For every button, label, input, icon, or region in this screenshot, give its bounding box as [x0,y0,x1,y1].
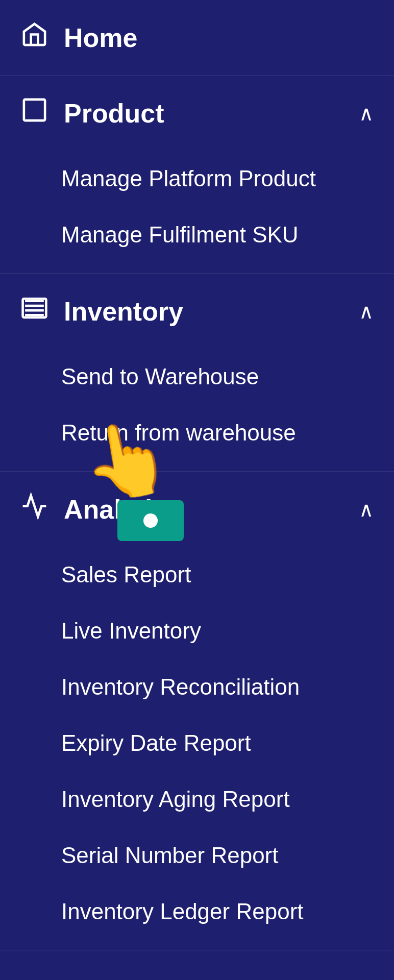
product-section-header[interactable]: Product ∧ [0,76,394,151]
nav-section-product: Product ∧ Manage Platform Product Manage… [0,76,394,274]
product-sub-items: Manage Platform Product Manage Fulfilmen… [0,151,394,273]
inventory-chevron-icon: ∧ [359,300,374,323]
product-icon [20,96,48,130]
product-label: Product [64,98,164,129]
inventory-icon [20,294,48,328]
analytics-section-header[interactable]: Analytics ∧ [0,472,394,547]
home-icon [20,20,48,55]
inventory-label: Inventory [64,296,183,327]
analytics-sub-items: Sales Report Live Inventory Inventory Re… [0,547,394,950]
inventory-section-header[interactable]: Inventory ∧ [0,274,394,349]
serial-number-report-item[interactable]: Serial Number Report [61,827,394,884]
sidebar: Home Product ∧ Manage Platform Product M… [0,0,394,950]
inventory-reconciliation-item[interactable]: Inventory Reconciliation [61,659,394,715]
send-to-warehouse-item[interactable]: Send to Warehouse [61,349,394,405]
sales-report-item[interactable]: Sales Report [61,547,394,603]
analytics-chevron-icon: ∧ [359,498,374,521]
product-header-left: Product [20,96,164,130]
return-from-warehouse-item[interactable]: Return from warehouse [61,405,394,461]
inventory-ledger-report-item[interactable]: Inventory Ledger Report [61,884,394,940]
nav-item-home[interactable]: Home [0,0,394,76]
nav-section-analytics: Analytics ∧ Sales Report Live Inventory … [0,472,394,950]
toggle-indicator [117,500,184,541]
toggle-dot [143,513,158,528]
home-label: Home [64,22,137,53]
svg-rect-0 [24,100,45,120]
product-chevron-icon: ∧ [359,102,374,125]
manage-fulfilment-sku-item[interactable]: Manage Fulfilment SKU [61,207,394,263]
analytics-icon [20,492,48,526]
inventory-sub-items: Send to Warehouse Return from warehouse [0,349,394,471]
live-inventory-item[interactable]: Live Inventory [61,603,394,659]
nav-section-inventory: Inventory ∧ Send to Warehouse Return fro… [0,274,394,472]
inventory-header-left: Inventory [20,294,183,328]
inventory-aging-report-item[interactable]: Inventory Aging Report [61,771,394,827]
manage-platform-product-item[interactable]: Manage Platform Product [61,151,394,207]
expiry-date-report-item[interactable]: Expiry Date Report [61,715,394,771]
